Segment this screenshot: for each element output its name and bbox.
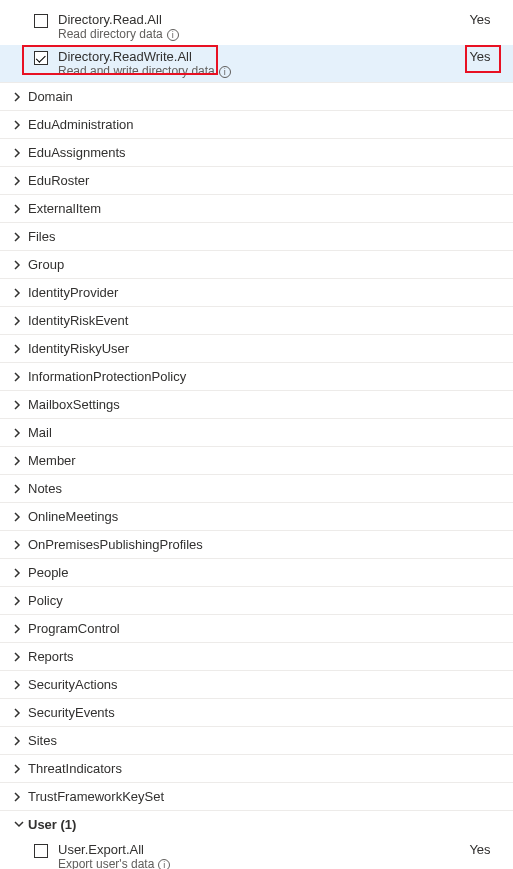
permission-group-row[interactable]: TrustFrameworkKeySet xyxy=(0,782,513,810)
permission-group-row[interactable]: EduRoster xyxy=(0,166,513,194)
permission-name: Directory.ReadWrite.All xyxy=(58,49,455,64)
permission-name: Directory.Read.All xyxy=(58,12,455,27)
permission-group-row[interactable]: Member xyxy=(0,446,513,474)
chevron-down-icon xyxy=(14,821,24,829)
permission-desc: Read and write directory datai xyxy=(58,64,455,78)
group-label: Group xyxy=(28,257,64,272)
permission-group-row[interactable]: OnlineMeetings xyxy=(0,502,513,530)
admin-consent-value: Yes xyxy=(455,49,505,64)
permission-checkbox[interactable] xyxy=(34,51,48,65)
permission-group-row[interactable]: ThreatIndicators xyxy=(0,754,513,782)
chevron-right-icon xyxy=(14,680,24,690)
permission-group-row[interactable]: Domain xyxy=(0,82,513,110)
group-label: MailboxSettings xyxy=(28,397,120,412)
info-icon[interactable]: i xyxy=(219,66,231,78)
chevron-right-icon xyxy=(14,232,24,242)
chevron-right-icon xyxy=(14,428,24,438)
chevron-right-icon xyxy=(14,764,24,774)
chevron-right-icon xyxy=(14,372,24,382)
permission-group-row[interactable]: IdentityRiskyUser xyxy=(0,334,513,362)
group-label: InformationProtectionPolicy xyxy=(28,369,186,384)
chevron-right-icon xyxy=(14,316,24,326)
chevron-right-icon xyxy=(14,736,24,746)
group-label: Notes xyxy=(28,481,62,496)
permission-group-row[interactable]: Reports xyxy=(0,642,513,670)
group-label: EduAdministration xyxy=(28,117,134,132)
permission-group-row[interactable]: ExternalItem xyxy=(0,194,513,222)
group-label: Reports xyxy=(28,649,74,664)
permission-group-row[interactable]: SecurityEvents xyxy=(0,698,513,726)
chevron-right-icon xyxy=(14,92,24,102)
info-icon[interactable]: i xyxy=(158,859,170,869)
permission-row[interactable]: Directory.ReadWrite.AllRead and write di… xyxy=(0,45,513,82)
permission-group-row[interactable]: Files xyxy=(0,222,513,250)
group-label: ExternalItem xyxy=(28,201,101,216)
info-icon[interactable]: i xyxy=(167,29,179,41)
group-label: IdentityRiskyUser xyxy=(28,341,129,356)
permission-group-row[interactable]: ProgramControl xyxy=(0,614,513,642)
permission-group-row[interactable]: Notes xyxy=(0,474,513,502)
permission-group-row[interactable]: SecurityActions xyxy=(0,670,513,698)
permission-group-row[interactable]: Mail xyxy=(0,418,513,446)
group-label: ThreatIndicators xyxy=(28,761,122,776)
permission-desc: Export user's datai xyxy=(58,857,455,869)
chevron-right-icon xyxy=(14,260,24,270)
permission-group-row[interactable]: IdentityRiskEvent xyxy=(0,306,513,334)
chevron-right-icon xyxy=(14,148,24,158)
group-label: Member xyxy=(28,453,76,468)
chevron-right-icon xyxy=(14,344,24,354)
permission-group-row[interactable]: Group xyxy=(0,250,513,278)
permission-group-row[interactable]: IdentityProvider xyxy=(0,278,513,306)
group-label: EduAssignments xyxy=(28,145,126,160)
group-label: IdentityProvider xyxy=(28,285,118,300)
group-label: ProgramControl xyxy=(28,621,120,636)
admin-consent-value: Yes xyxy=(455,12,505,27)
chevron-right-icon xyxy=(14,176,24,186)
permission-checkbox[interactable] xyxy=(34,14,48,28)
chevron-right-icon xyxy=(14,624,24,634)
permission-group-row[interactable]: Policy xyxy=(0,586,513,614)
group-label: User (1) xyxy=(28,817,76,832)
permission-group-row[interactable]: InformationProtectionPolicy xyxy=(0,362,513,390)
group-label: IdentityRiskEvent xyxy=(28,313,128,328)
chevron-right-icon xyxy=(14,652,24,662)
chevron-right-icon xyxy=(14,596,24,606)
permission-group-row[interactable]: MailboxSettings xyxy=(0,390,513,418)
group-label: Policy xyxy=(28,593,63,608)
permission-group-row[interactable]: OnPremisesPublishingProfiles xyxy=(0,530,513,558)
group-label: People xyxy=(28,565,68,580)
group-label: TrustFrameworkKeySet xyxy=(28,789,164,804)
chevron-right-icon xyxy=(14,204,24,214)
chevron-right-icon xyxy=(14,456,24,466)
group-label: Domain xyxy=(28,89,73,104)
permission-row[interactable]: User.Export.AllExport user's dataiYes xyxy=(0,838,513,869)
group-label: Sites xyxy=(28,733,57,748)
group-label: SecurityEvents xyxy=(28,705,115,720)
permission-group-row[interactable]: People xyxy=(0,558,513,586)
chevron-right-icon xyxy=(14,484,24,494)
chevron-right-icon xyxy=(14,120,24,130)
chevron-right-icon xyxy=(14,568,24,578)
group-label: Mail xyxy=(28,425,52,440)
permission-name: User.Export.All xyxy=(58,842,455,857)
permission-row[interactable]: Directory.Read.AllRead directory dataiYe… xyxy=(0,8,513,45)
chevron-right-icon xyxy=(14,400,24,410)
group-label: EduRoster xyxy=(28,173,89,188)
chevron-right-icon xyxy=(14,288,24,298)
permission-desc: Read directory datai xyxy=(58,27,455,41)
permission-checkbox[interactable] xyxy=(34,844,48,858)
group-label: OnPremisesPublishingProfiles xyxy=(28,537,203,552)
group-label: Files xyxy=(28,229,55,244)
permission-group-row[interactable]: Sites xyxy=(0,726,513,754)
permission-group-row[interactable]: EduAdministration xyxy=(0,110,513,138)
chevron-right-icon xyxy=(14,540,24,550)
admin-consent-value: Yes xyxy=(455,842,505,857)
group-label: SecurityActions xyxy=(28,677,118,692)
chevron-right-icon xyxy=(14,708,24,718)
permission-group-row-user[interactable]: User (1) xyxy=(0,810,513,838)
permission-group-row[interactable]: EduAssignments xyxy=(0,138,513,166)
group-label: OnlineMeetings xyxy=(28,509,118,524)
chevron-right-icon xyxy=(14,792,24,802)
chevron-right-icon xyxy=(14,512,24,522)
